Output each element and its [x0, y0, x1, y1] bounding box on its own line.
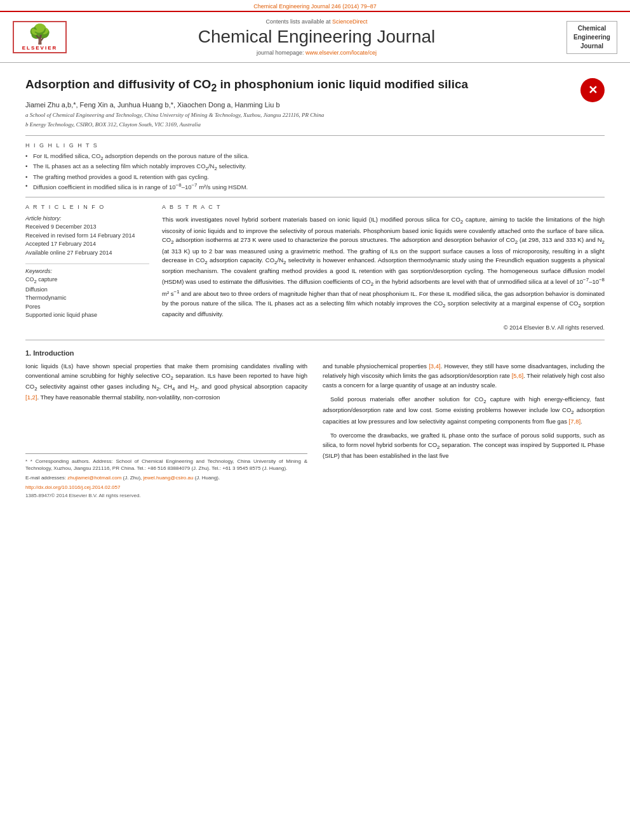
received-date: Received 9 December 2013: [25, 223, 149, 232]
email1-link[interactable]: zhujiamei@hotmail.com: [67, 475, 121, 481]
keyword-3: Thermodynamic: [25, 294, 149, 303]
journal-logo-side: ChemicalEngineeringJournal: [566, 21, 617, 54]
divider-3: [25, 340, 605, 340]
ref-1-2: [1,2]: [25, 394, 37, 401]
side-journal-title: ChemicalEngineeringJournal: [570, 24, 614, 51]
available-date: Available online 27 February 2014: [25, 249, 149, 258]
highlight-item: • The IL phases act as a selecting film …: [25, 163, 605, 171]
body-col-right: and tunable physiochemical properties [3…: [323, 362, 605, 500]
highlights-section: H I G H L I G H T S • For IL modified si…: [25, 142, 605, 191]
intro-para-right-3: To overcome the drawbacks, we grafted IL…: [323, 431, 605, 461]
science-direct-line: Contents lists available at ScienceDirec…: [77, 18, 556, 25]
highlight-text-4: Diffusion coefficient in modified silica…: [33, 183, 248, 190]
email2-link[interactable]: jewel.huang@csiro.au: [144, 475, 194, 481]
journal-title-block: Contents lists available at ScienceDirec…: [77, 18, 556, 56]
highlight-item: • Diffusion coefficient in modified sili…: [25, 182, 605, 190]
article-info-col: A R T I C L E I N F O Article history: R…: [25, 204, 149, 331]
section-number: 1.: [25, 349, 31, 357]
issn-line: 1385-8947/© 2014 Elsevier B.V. All right…: [25, 492, 307, 500]
star-symbol: *: [25, 458, 30, 464]
intro-para-right-1: and tunable physiochemical properties [3…: [323, 362, 605, 390]
footnote-area: * * Corresponding authors. Address: Scho…: [25, 453, 307, 500]
article-info-label: A R T I C L E I N F O: [25, 204, 149, 210]
email1-name: (J. Zhu),: [123, 475, 142, 481]
keyword-4: Pores: [25, 303, 149, 312]
highlight-item: • For IL modified silica, CO2 adsorption…: [25, 152, 605, 161]
abstract-label: A B S T R A C T: [162, 204, 605, 210]
ref-3-4: [3,4]: [429, 363, 441, 370]
accepted-date: Accepted 17 February 2014: [25, 240, 149, 249]
introduction-section: 1. Introduction Ionic liquids (ILs) have…: [25, 349, 605, 500]
logo-tree-icon: 🌳: [17, 25, 63, 44]
highlight-item: • The grafting method provides a good IL…: [25, 173, 605, 180]
affiliation-b: b Energy Technology, CSIRO, BOX 312, Cla…: [25, 121, 605, 129]
history-label: Article history:: [25, 215, 149, 222]
journal-header: 🌳 ELSEVIER Contents lists available at S…: [0, 11, 630, 63]
email-label: E-mail addresses:: [25, 475, 66, 481]
highlight-text-3: The grafting method provides a good IL r…: [33, 173, 209, 180]
homepage-label: journal homepage:: [257, 50, 305, 56]
keyword-1: CO2 capture: [25, 276, 149, 285]
divider-info: [25, 263, 149, 264]
keyword-5: Supported ionic liquid phase: [25, 311, 149, 320]
divider-1: [25, 135, 605, 136]
article-title-block: Adsorption and diffusivity of CO2 in pho…: [25, 77, 605, 95]
corresponding-text: * Corresponding authors. Address: School…: [25, 458, 307, 471]
footnote-corresponding: * * Corresponding authors. Address: Scho…: [25, 458, 307, 472]
crossmark-icon: ✕: [588, 83, 598, 97]
doi-line[interactable]: http://dx.doi.org/10.1016/j.cej.2014.02.…: [25, 484, 307, 491]
body-columns: Ionic liquids (ILs) have shown special p…: [25, 362, 605, 500]
highlights-label: H I G H L I G H T S: [25, 142, 605, 149]
abstract-col: A B S T R A C T This work investigates n…: [162, 204, 605, 331]
intro-para-left: Ionic liquids (ILs) have shown special p…: [25, 362, 307, 403]
revised-date: Received in revised form 14 February 201…: [25, 232, 149, 241]
ref-5-6: [5,6]: [512, 372, 524, 379]
body-col-left: Ionic liquids (ILs) have shown special p…: [25, 362, 307, 500]
intro-para-right-2: Solid porous materials offer another sol…: [323, 395, 605, 426]
top-bar: Chemical Engineering Journal 246 (2014) …: [0, 0, 630, 11]
elsevier-logo: 🌳 ELSEVIER: [13, 21, 67, 53]
highlight-text-2: The IL phases act as a selecting film wh…: [33, 163, 246, 170]
crossmark-badge[interactable]: ✕: [580, 78, 605, 102]
highlights-list: • For IL modified silica, CO2 adsorption…: [25, 152, 605, 191]
homepage-url[interactable]: www.elsevier.com/locate/cej: [305, 50, 377, 56]
sciencedirect-link[interactable]: ScienceDirect: [332, 18, 368, 25]
article-title: Adsorption and diffusivity of CO2 in pho…: [25, 77, 566, 95]
abstract-text: This work investigates novel hybrid sorb…: [162, 215, 605, 319]
email2-name: (J. Huang).: [195, 475, 220, 481]
keyword-2: Diffusion: [25, 286, 149, 295]
highlight-text-1: For IL modified silica, CO2 adsorption d…: [33, 152, 249, 159]
info-abstract-row: A R T I C L E I N F O Article history: R…: [25, 204, 605, 331]
affiliation-a: a School of Chemical Engineering and Tec…: [25, 111, 605, 119]
keywords-label: Keywords:: [25, 268, 149, 274]
footnote-email: E-mail addresses: zhujiamei@hotmail.com …: [25, 474, 307, 481]
copyright-line: © 2014 Elsevier B.V. All rights reserved…: [162, 324, 605, 331]
elsevier-wordmark: ELSEVIER: [17, 45, 63, 51]
journal-reference: Chemical Engineering Journal 246 (2014) …: [253, 3, 377, 10]
authors-line: Jiamei Zhu a,b,*, Feng Xin a, Junhua Hua…: [25, 101, 605, 109]
journal-main-title: Chemical Engineering Journal: [77, 27, 556, 47]
divider-2: [25, 197, 605, 197]
ref-7-8: [7,8]: [569, 418, 581, 425]
contents-label: Contents lists available at: [265, 18, 330, 25]
section-title: Introduction: [33, 349, 74, 357]
content-area: Adsorption and diffusivity of CO2 in pho…: [0, 63, 630, 506]
journal-homepage-line: journal homepage: www.elsevier.com/locat…: [77, 50, 556, 56]
introduction-heading: 1. Introduction: [25, 349, 605, 357]
